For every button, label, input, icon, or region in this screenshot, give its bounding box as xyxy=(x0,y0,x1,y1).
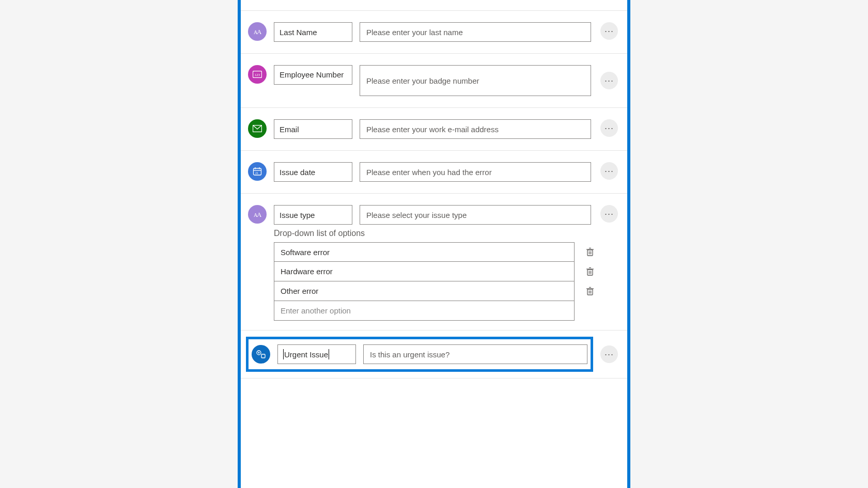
more-options-button[interactable]: ··· xyxy=(600,345,618,363)
form-builder-panel: AA Last Name Please enter your last name… xyxy=(238,0,630,488)
dropdown-option-input[interactable]: Hardware error xyxy=(274,262,575,281)
more-options-button[interactable]: ··· xyxy=(600,22,618,40)
text-icon: AA xyxy=(248,22,267,41)
question-row-last-name[interactable]: AA Last Name Please enter your last name… xyxy=(241,10,627,54)
svg-point-31 xyxy=(258,352,260,354)
trash-icon xyxy=(586,267,594,276)
more-options-button[interactable]: ··· xyxy=(600,72,618,89)
dropdown-option-input[interactable]: Software error xyxy=(274,242,575,262)
dropdown-options-section: Drop-down list of options Software error… xyxy=(241,229,627,330)
dropdown-option-row: Other error xyxy=(274,281,596,301)
question-row-urgent-issue[interactable]: Urgent Issue Is this an urgent issue? xyxy=(246,337,593,372)
text-cursor xyxy=(283,349,284,359)
dropdown-option-input[interactable]: Other error xyxy=(274,281,575,301)
dropdown-new-option-input[interactable]: Enter another option xyxy=(274,301,575,321)
question-prompt-input[interactable]: Please enter your last name xyxy=(360,22,591,42)
number-icon: 123 xyxy=(248,65,267,84)
question-prompt-input[interactable]: Please enter your work e-mail address xyxy=(360,119,591,139)
question-label-text: Urgent Issue xyxy=(284,350,328,359)
text-icon: AA xyxy=(248,205,267,224)
question-label-input[interactable]: Issue type xyxy=(274,205,352,225)
svg-text:123: 123 xyxy=(255,73,260,77)
svg-text:21: 21 xyxy=(255,171,258,175)
svg-text:A: A xyxy=(257,28,261,36)
question-label-input[interactable]: Urgent Issue xyxy=(277,344,356,364)
question-label-input[interactable]: Issue date xyxy=(274,162,352,182)
question-row-urgent-issue-outer: Urgent Issue Is this an urgent issue? ··… xyxy=(241,330,627,379)
more-options-button[interactable]: ··· xyxy=(600,119,618,137)
question-prompt-input[interactable]: Please enter your badge number xyxy=(360,65,591,96)
dropdown-option-row: Software error xyxy=(274,242,596,262)
date-icon: 21 xyxy=(248,162,267,181)
delete-option-button[interactable] xyxy=(584,287,596,296)
dropdown-option-list: Software error Hardware error Other erro… xyxy=(274,242,596,321)
question-row-email[interactable]: Email Please enter your work e-mail addr… xyxy=(241,108,627,151)
svg-rect-32 xyxy=(261,354,265,358)
delete-option-button[interactable] xyxy=(584,267,596,276)
more-options-button[interactable]: ··· xyxy=(600,162,618,180)
dropdown-title: Drop-down list of options xyxy=(274,229,596,238)
question-label-input[interactable]: Last Name xyxy=(274,22,352,42)
more-options-button[interactable]: ··· xyxy=(600,205,618,223)
trash-icon xyxy=(586,247,594,257)
question-prompt-input[interactable]: Please select your issue type xyxy=(360,205,591,225)
dropdown-option-row: Hardware error xyxy=(274,262,596,281)
question-prompt-input[interactable]: Please enter when you had the error xyxy=(360,162,591,182)
question-row-employee-number[interactable]: 123 Employee Number Please enter your ba… xyxy=(241,54,627,108)
question-prompt-input[interactable]: Is this an urgent issue? xyxy=(363,344,587,364)
question-label-input[interactable]: Employee Number xyxy=(274,65,352,85)
question-row-issue-date[interactable]: 21 Issue date Please enter when you had … xyxy=(241,151,627,194)
question-label-input[interactable]: Email xyxy=(274,119,352,139)
email-icon xyxy=(248,119,267,138)
dropdown-new-option-row: Enter another option xyxy=(274,301,596,321)
question-row-issue-type[interactable]: AA Issue type Please select your issue t… xyxy=(241,194,627,229)
svg-text:A: A xyxy=(257,211,261,218)
text-cursor xyxy=(329,349,329,359)
trash-icon xyxy=(586,287,594,296)
boolean-icon xyxy=(252,345,270,364)
delete-option-button[interactable] xyxy=(584,247,596,257)
